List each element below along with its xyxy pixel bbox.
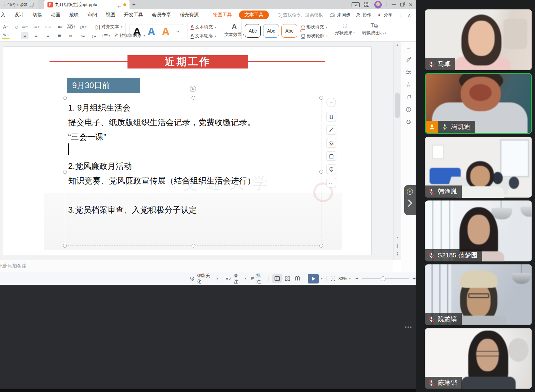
menu-docer[interactable]: 稻壳资源 xyxy=(175,12,203,18)
zoom-in-button[interactable]: + xyxy=(413,276,416,282)
zoom-options-icon[interactable]: ▼ xyxy=(349,277,351,280)
slide-title-box[interactable]: 近期工作 xyxy=(127,55,248,68)
resize-handle-n[interactable] xyxy=(192,96,195,100)
panel-more-icon[interactable]: ••• xyxy=(405,324,412,331)
paragraph-spacing-icon[interactable]: ↨≡ xyxy=(90,32,98,39)
minimize-button[interactable] xyxy=(392,4,396,5)
text-style-blue[interactable]: A xyxy=(147,26,155,37)
zoom-slider[interactable] xyxy=(362,278,409,279)
tab-pdf-document[interactable]: 〕46号）.pdf xyxy=(0,0,38,9)
user-avatar[interactable] xyxy=(374,1,382,8)
zoom-out-button[interactable]: − xyxy=(355,276,358,282)
character-border-button[interactable]: AB xyxy=(67,23,75,30)
menu-transition[interactable]: 切换 xyxy=(28,12,46,18)
shape-effect-button[interactable]: 形状效果 xyxy=(335,30,355,36)
menu-insert-partial[interactable]: 入 xyxy=(0,12,10,18)
text-style-gallery[interactable]: A A A ≡▾ xyxy=(130,24,183,39)
text-outline-button[interactable]: A 文本轮廓 xyxy=(191,33,216,39)
menu-review[interactable]: 审阅 xyxy=(83,12,101,18)
vertical-scrollbar[interactable]: ▲ ▼ ▲▲ ▼▼ xyxy=(393,42,401,260)
participant-tile[interactable]: 韩渔胤 xyxy=(425,137,532,198)
comments-button[interactable]: ⊞ 批注 xyxy=(251,273,265,285)
shrink-font-button[interactable]: A⁻ xyxy=(2,23,9,30)
deadline-tag-box[interactable]: 9月30日前 xyxy=(67,78,140,93)
menu-draw-tools[interactable]: 绘图工具 xyxy=(209,12,236,18)
participant-tile[interactable]: 魏孟镐 xyxy=(425,264,532,325)
play-options-icon[interactable]: ▼ xyxy=(320,277,323,280)
scroll-down-icon[interactable]: ▼ xyxy=(394,236,401,239)
highlight-color-button[interactable]: ✎ xyxy=(2,32,9,39)
tab-ppt-document[interactable]: P 九月组织生活ppt.pptx xyxy=(44,0,130,9)
rocket-icon[interactable] xyxy=(405,56,412,63)
menu-design[interactable]: 设计 xyxy=(10,12,28,18)
resize-handle-w[interactable] xyxy=(63,170,67,174)
new-tab-button[interactable]: + xyxy=(130,0,138,9)
participant-tile-speaking[interactable]: 冯凯迪 xyxy=(425,73,532,134)
decrease-indent-button[interactable]: ⇤≡ xyxy=(44,23,52,30)
participant-tile[interactable]: S2185 范梦园 xyxy=(425,200,532,261)
next-slide-button[interactable]: ▼▼ xyxy=(394,252,401,256)
text-style-orange[interactable]: A xyxy=(162,26,170,37)
menu-animation[interactable]: 动画 xyxy=(46,12,65,18)
slide-body-textbox[interactable]: 1. 9月组织生活会 提交电子、纸质版组织生活会记录，党费收缴记录。 “三会一课… xyxy=(68,100,331,217)
more-menu-icon[interactable]: ⋮ xyxy=(398,13,402,18)
collaborate-button[interactable]: 协作 xyxy=(356,12,371,18)
participant-tile[interactable]: 马卓 xyxy=(425,9,532,70)
participant-tile[interactable]: 陈琳锴 xyxy=(425,328,532,389)
close-button[interactable]: ✕ xyxy=(409,2,413,7)
meeting-panel-pullout[interactable] xyxy=(404,185,416,215)
shape-style-black[interactable]: Abc xyxy=(245,24,261,38)
normal-view-button[interactable] xyxy=(272,274,282,283)
split-screen-icon[interactable]: 2 xyxy=(352,2,360,7)
text-fill-button[interactable]: A 文本填充 xyxy=(191,24,216,31)
justify-button[interactable]: ≣ xyxy=(56,32,63,39)
outline-color-button[interactable] xyxy=(326,151,336,161)
resize-handle-ne[interactable] xyxy=(319,96,323,100)
scrollbar-thumb[interactable] xyxy=(395,93,400,118)
shape-style-orange[interactable]: Abc xyxy=(281,24,297,38)
fit-to-window-icon[interactable] xyxy=(330,276,336,281)
align-center-button[interactable]: ≡ xyxy=(33,32,40,39)
settings-sliders-icon[interactable] xyxy=(405,69,412,76)
shape-style-blue[interactable]: Abc xyxy=(263,24,279,38)
resize-handle-nw[interactable] xyxy=(63,96,67,100)
collapse-toolbar-button[interactable]: − xyxy=(326,98,336,107)
clear-format-icon[interactable]: ◇ xyxy=(13,23,20,30)
layer-order-button[interactable] xyxy=(326,112,336,121)
menu-slideshow[interactable]: 放映 xyxy=(65,12,83,18)
shape-fill-button[interactable]: ⬠ 形状填充 xyxy=(301,24,327,31)
slide-canvas[interactable]: 交通大学 近期工作 9月30日前 ↻ 1. 9 xyxy=(3,46,372,255)
align-text-button[interactable]: [↕] 对齐文本 xyxy=(95,23,122,30)
scroll-up-icon[interactable]: ▲ xyxy=(394,44,401,46)
line-spacing-button[interactable]: ↕☰ xyxy=(102,32,110,39)
menu-view[interactable]: 视图 xyxy=(101,12,120,18)
text-style-black[interactable]: A xyxy=(133,26,141,37)
more-tools-button[interactable]: … xyxy=(326,178,336,187)
resize-handle-s[interactable] xyxy=(192,244,195,248)
smart-beautify-button[interactable]: 智能美化 ▲ xyxy=(190,273,219,285)
reading-view-button[interactable] xyxy=(292,274,302,283)
sync-status[interactable]: 未同步 xyxy=(329,12,350,18)
text-direction-button[interactable]: ↓A xyxy=(79,23,86,30)
convert-to-diagram-button[interactable]: 转换成图示 xyxy=(362,30,386,36)
pet-assistant-icon[interactable] xyxy=(405,118,412,125)
panel-drag-handle[interactable]: = xyxy=(405,44,412,51)
slide-sorter-view-button[interactable] xyxy=(282,274,293,283)
menu-member[interactable]: 会员专享 xyxy=(147,12,175,18)
command-search[interactable]: 查找命令、搜索模板 xyxy=(278,12,323,18)
help-icon[interactable]: ? xyxy=(405,106,412,113)
line-spacing-up-icon[interactable]: ↕≡ xyxy=(79,32,86,39)
resize-handle-sw[interactable] xyxy=(63,244,67,248)
menu-text-tools-active[interactable]: 文本工具 xyxy=(239,11,269,19)
gallery-expand-icon[interactable]: ≡▾ xyxy=(176,30,180,33)
shape-outline-button[interactable]: ▢ 形状轮廓 xyxy=(301,33,328,39)
notes-toggle-button[interactable]: ≡✓ 备注 xyxy=(226,273,246,285)
restore-button[interactable] xyxy=(400,3,404,6)
resize-handle-se[interactable] xyxy=(319,244,323,248)
zoom-level[interactable]: 83% xyxy=(338,276,347,281)
app-grid-icon[interactable] xyxy=(364,2,370,7)
distribute-button[interactable]: ⇹ xyxy=(67,32,75,39)
zoom-slider-knob[interactable] xyxy=(381,276,385,281)
smart-suggest-button[interactable] xyxy=(326,164,336,174)
play-slideshow-button[interactable] xyxy=(308,274,319,283)
